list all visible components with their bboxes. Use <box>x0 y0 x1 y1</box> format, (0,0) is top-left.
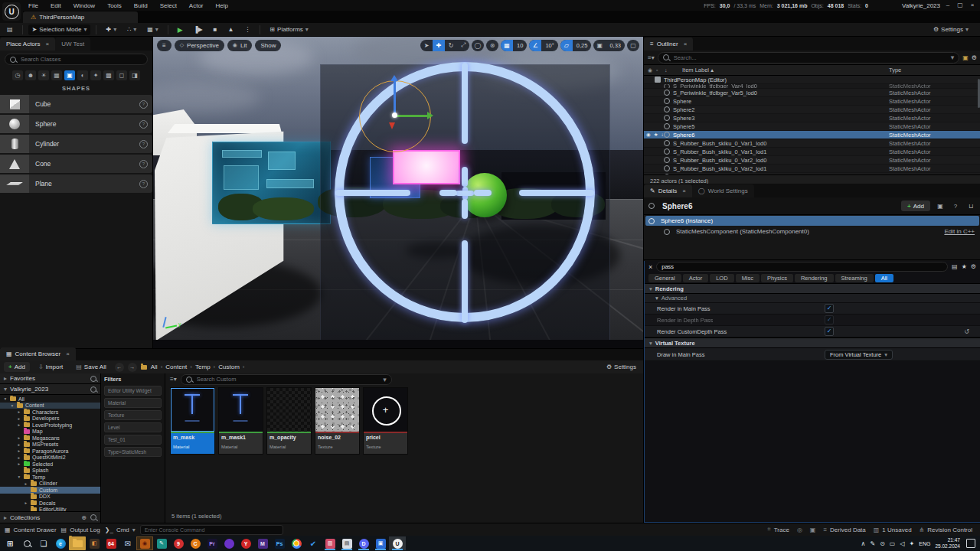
pen-icon[interactable]: ✎ <box>870 540 875 547</box>
add-asset-button[interactable]: +Add <box>4 362 30 372</box>
outliner-search-input[interactable] <box>672 54 948 62</box>
component-row-instance[interactable]: Sphere6 (Instance) <box>645 216 979 226</box>
tree-folder-item[interactable]: ▸ MSPresets <box>0 442 100 448</box>
file-explorer-icon[interactable] <box>69 536 86 550</box>
basic-category[interactable]: ☻ <box>25 70 36 80</box>
forward-button[interactable]: → <box>128 363 137 372</box>
reader-app-icon[interactable]: M <box>254 536 271 550</box>
drag-handle-icon[interactable]: ? <box>139 100 148 109</box>
search-icon[interactable] <box>90 386 96 393</box>
shape-list-item[interactable]: Cone ? <box>0 155 152 173</box>
breadcrumb-item[interactable]: Custom <box>218 364 240 370</box>
menu-item[interactable]: Select <box>155 2 182 9</box>
maximize-button[interactable]: ▢ <box>954 0 966 10</box>
tree-folder-item[interactable]: Splash <box>0 468 100 474</box>
surface-snap-toggle[interactable]: ⊛ <box>486 40 498 51</box>
asset-tile[interactable]: m_mask1 Material <box>218 387 263 455</box>
mic-icon[interactable]: ⊙ <box>880 540 885 547</box>
content-drawer-button[interactable]: ▦Content Drawer <box>5 527 57 533</box>
details-filter-tab[interactable]: All <box>875 274 893 282</box>
console-command-input[interactable] <box>140 525 283 535</box>
details-search-input[interactable] <box>656 262 948 272</box>
outliner-row[interactable]: ◉ ★ ↓ S_Periwinkle_tfclbger_Var5_lod0 St… <box>644 89 980 97</box>
notification-center-icon[interactable] <box>966 539 975 548</box>
stop-button[interactable]: ■ <box>210 24 221 35</box>
edit-in-cpp-link[interactable]: Edit in C++ <box>944 228 978 235</box>
tree-folder-item[interactable]: ▸ Characters <box>0 409 100 416</box>
details-filter-tab[interactable]: Streaming <box>835 274 874 282</box>
task-view-button[interactable]: ❏ <box>35 536 52 550</box>
browser-9-icon[interactable]: 9 <box>170 536 187 550</box>
outliner-row[interactable]: ◉ ★ ↓ Sphere StaticMeshActor <box>644 97 980 106</box>
outliner-row[interactable]: ◉ ★ ↓ Sphere3 StaticMeshActor <box>644 114 980 122</box>
editor-mode-dropdown[interactable]: ➤ Selection Mode▾ <box>28 24 91 35</box>
revision-control-button[interactable]: ⋔Revision Control <box>920 527 972 533</box>
tree-folder-item[interactable]: ▾ Content <box>0 403 100 409</box>
reset-to-default-icon[interactable]: ↺ <box>964 328 969 335</box>
details-filter-tab[interactable]: General <box>648 274 681 282</box>
filter-icon[interactable]: ≡▾ <box>170 376 177 383</box>
connect-icon[interactable]: ✦ <box>910 540 915 547</box>
add-collection-icon[interactable]: ⊕ <box>81 514 87 521</box>
store-app-icon[interactable]: ◧ <box>86 536 103 550</box>
tree-folder-item[interactable]: DDX <box>0 494 100 500</box>
section-advanced[interactable]: ▾Advanced <box>645 294 980 303</box>
asset-tile[interactable]: m_mask Material <box>170 387 215 455</box>
add-actor-dropdown[interactable]: ✚▾ <box>102 24 120 35</box>
perspective-dropdown[interactable]: ◇Perspective <box>175 40 224 51</box>
asset-tile[interactable]: m_opacity Material <box>266 387 312 455</box>
outliner-row[interactable]: ◉ ★ ↓ S_Rubber_Bush_sklku_0_Var1_lod0 St… <box>644 139 980 148</box>
checkbox-checked[interactable]: ✓ <box>825 327 834 336</box>
component-browse-icon[interactable]: ▣ <box>935 203 946 210</box>
world-space-toggle[interactable]: ◯ <box>472 40 484 51</box>
start-button[interactable]: ⊞ <box>2 536 18 550</box>
breadcrumb-item[interactable]: All <box>151 364 158 370</box>
recorder-app-icon[interactable]: ◉ <box>136 536 153 550</box>
pin-column-icon[interactable]: ↓ <box>665 67 673 73</box>
details-filter-tab[interactable]: Rendering <box>795 274 834 282</box>
gear-icon[interactable]: ⚙ <box>972 54 977 61</box>
photos-app-icon[interactable]: ▣ <box>372 536 389 550</box>
tree-folder-item[interactable]: ▸ Selected <box>0 461 100 468</box>
save-all-button[interactable]: ▤Save All <box>71 362 110 372</box>
grid-snap-icon[interactable]: ▦ <box>501 40 513 51</box>
recently-placed-category[interactable]: ◷ <box>12 70 23 80</box>
select-column-icon[interactable]: ▫ <box>656 67 665 73</box>
volume-icon[interactable]: ◁ <box>900 540 904 547</box>
grid-snap-value[interactable]: 10 <box>513 42 527 49</box>
scale-snap-value[interactable]: 0,25 <box>573 42 592 49</box>
add-component-button[interactable]: +Add <box>901 201 930 211</box>
cinematics-dropdown[interactable]: ▦▾ <box>143 24 162 35</box>
search-button[interactable] <box>18 536 35 550</box>
tree-folder-item[interactable]: ▾ Temp <box>0 474 100 481</box>
filter-pill[interactable]: Texture <box>104 410 162 420</box>
language-indicator[interactable]: ENG <box>919 541 930 546</box>
outliner-row[interactable]: ◉ ★ ↓ S_Rubber_Bush_sklku_0_Var2_lod1 St… <box>644 165 980 173</box>
play-options-kebab[interactable]: ⋮ <box>240 24 254 35</box>
project-header[interactable]: ▾Valkyrie_2023 <box>0 384 100 395</box>
chrome-app-icon[interactable] <box>288 536 305 550</box>
eject-button[interactable]: ▲ <box>224 24 237 35</box>
gizmo-x-axis[interactable] <box>389 122 395 129</box>
menu-item[interactable]: Tools <box>102 2 127 9</box>
details-filter-tab[interactable]: Actor <box>683 274 709 282</box>
tab-uw-test[interactable]: UW Test <box>55 37 90 51</box>
close-icon[interactable]: × <box>66 350 70 357</box>
chevron-down-icon[interactable]: ▾ <box>383 376 387 383</box>
scale-tool[interactable]: ⤢ <box>457 40 469 51</box>
cinematic-category[interactable]: ▦ <box>51 70 62 80</box>
level-tab[interactable]: ⚠ ThirdPersonMap <box>23 11 138 23</box>
geometry-category[interactable]: ✦ <box>90 70 101 80</box>
outliner-row[interactable]: ◉ ★ ↓ Sphere2 StaticMeshActor <box>644 106 980 114</box>
tree-folder-item[interactable]: ▸ LevelPrototyping <box>0 422 100 429</box>
import-button[interactable]: ⇩Import <box>34 362 67 372</box>
lights-category[interactable]: ☀ <box>38 70 49 80</box>
cmd-dropdown[interactable]: ❯_Cmd▾ <box>105 527 136 533</box>
collections-bar[interactable]: ▸Collections ⊕ <box>0 511 100 523</box>
platforms-dropdown[interactable]: ⊞ Platforms▾ <box>266 24 312 35</box>
eye-icon[interactable]: ◉ <box>646 132 651 138</box>
shape-list-item[interactable]: Cylinder ? <box>0 135 152 153</box>
screenshot-icon[interactable]: ▣ <box>810 527 816 533</box>
output-log-button[interactable]: ▤Output Log <box>61 527 100 533</box>
tree-folder-item[interactable]: ▸ QuestKitMini2 <box>0 455 100 461</box>
